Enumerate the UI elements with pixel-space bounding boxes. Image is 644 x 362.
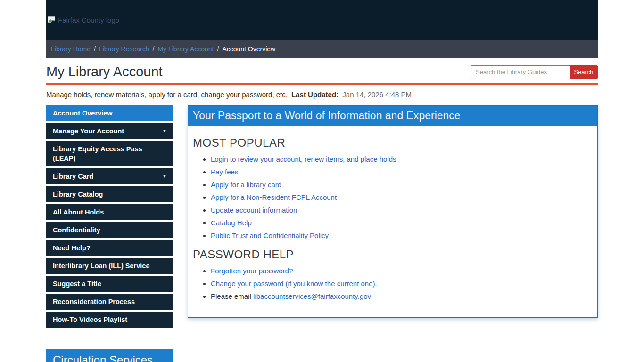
breadcrumb-current: Account Overview — [222, 45, 275, 53]
sidebar-item-label: Interlibrary Loan (ILL) Service — [53, 261, 149, 271]
list-item: Pay fees — [211, 168, 593, 176]
last-updated-label: Last Updated: — [291, 90, 339, 99]
sidebar-item[interactable]: Library Card▼ — [46, 168, 173, 184]
breadcrumb-link[interactable]: Library Research — [99, 45, 149, 53]
sidebar-nav: Account OverviewManage Your Account▼Libr… — [46, 105, 173, 329]
sidebar-item[interactable]: Account Overview — [46, 105, 173, 121]
list-item: Change your password (if you know the cu… — [211, 280, 593, 288]
list-item: Login to review your account, renew item… — [211, 155, 593, 163]
content-link[interactable]: Apply for a Non-Resident FCPL Account — [211, 193, 337, 201]
subtitle-text: Manage holds, renew materials, apply for… — [46, 90, 288, 99]
sidebar-item-label: Library Card — [53, 172, 93, 181]
breadcrumb: Library Home/Library Research/My Library… — [46, 40, 598, 58]
link-list: Login to review your account, renew item… — [193, 155, 593, 239]
content-link[interactable]: Catalog Help — [211, 219, 252, 227]
content-link[interactable]: Forgotten your password? — [211, 267, 293, 275]
broken-image-icon — [47, 16, 56, 24]
panel-header: Your Passport to a World of Information … — [188, 106, 597, 126]
chevron-down-icon: ▼ — [162, 172, 167, 181]
search-input[interactable] — [471, 65, 570, 79]
sidebar-item[interactable]: How-To Videos Playlist — [46, 312, 173, 328]
breadcrumb-separator: / — [94, 45, 96, 53]
sidebar-item[interactable]: Library Catalog — [46, 186, 173, 202]
content-link[interactable]: Login to review your account, renew item… — [211, 155, 396, 163]
page-container: Fairfax County logo Library Home/Library… — [46, 0, 598, 362]
page-subtitle: Manage holds, renew materials, apply for… — [46, 90, 598, 99]
list-item: Forgotten your password? — [211, 267, 593, 275]
content-link[interactable]: Update account information — [211, 206, 297, 214]
content-row: Account OverviewManage Your Account▼Libr… — [46, 105, 598, 329]
content-panel: Your Passport to a World of Information … — [188, 105, 598, 318]
breadcrumb-link[interactable]: Library Home — [51, 45, 91, 53]
sidebar-item[interactable]: Confidentiality — [46, 222, 173, 238]
content-link[interactable]: Change your password (if you know the cu… — [211, 280, 377, 288]
sidebar-item[interactable]: Library Equity Access Pass (LEAP) — [46, 141, 173, 166]
sidebar-item[interactable]: Manage Your Account▼ — [46, 123, 173, 139]
breadcrumb-separator: / — [217, 45, 219, 53]
site-header: Fairfax County logo — [46, 0, 598, 40]
sidebar-item[interactable]: Reconsideration Process — [46, 294, 173, 310]
circulation-services-box: Circulation Services — [46, 349, 173, 362]
list-item: Please email libaccountservices@fairfaxc… — [211, 292, 593, 300]
breadcrumb-link[interactable]: My Library Account — [157, 45, 214, 53]
list-item: Update account information — [211, 206, 593, 214]
section-heading: PASSWORD HELP — [193, 248, 593, 261]
logo-alt-text: Fairfax County logo — [58, 16, 119, 24]
panel-body: MOST POPULARLogin to review your account… — [188, 126, 597, 317]
list-item-text: Please email — [211, 292, 253, 300]
list-item: Apply for a library card — [211, 181, 593, 189]
sidebar-item-label: All About Holds — [53, 207, 104, 217]
sidebar-item-label: Need Help? — [53, 243, 91, 253]
content-link[interactable]: libaccountservices@fairfaxcounty.gov — [253, 292, 371, 300]
sidebar-item-label: Manage Your Account — [53, 126, 124, 136]
section-heading: MOST POPULAR — [193, 136, 593, 149]
sidebar-item-label: Account Overview — [53, 108, 113, 118]
list-item: Apply for a Non-Resident FCPL Account — [211, 193, 593, 201]
content-link[interactable]: Pay fees — [211, 168, 238, 176]
sidebar-item[interactable]: Suggest a Title — [46, 276, 173, 292]
list-item: Public Trust and Confidentiality Policy — [211, 231, 593, 239]
sidebar-item-label: How-To Videos Playlist — [53, 315, 127, 324]
sidebar-item[interactable]: All About Holds — [46, 204, 173, 220]
content-link[interactable]: Public Trust and Confidentiality Policy — [211, 231, 329, 239]
search-button[interactable]: Search — [570, 65, 598, 79]
last-updated-value: Jan 14, 2026 4:48 PM — [342, 90, 412, 99]
sidebar-item-label: Suggest a Title — [53, 279, 101, 288]
chevron-down-icon: ▼ — [162, 126, 167, 136]
sidebar-item[interactable]: Interlibrary Loan (ILL) Service — [46, 258, 173, 274]
list-item: Catalog Help — [211, 219, 593, 227]
content-link[interactable]: Apply for a library card — [211, 181, 281, 189]
page-title: My Library Account — [46, 64, 163, 80]
breadcrumb-separator: / — [153, 45, 155, 53]
sidebar-item-label: Confidentiality — [53, 225, 100, 235]
sidebar-item-label: Library Catalog — [53, 189, 103, 199]
guides-search: Search — [471, 65, 598, 79]
link-list: Forgotten your password?Change your pass… — [193, 267, 593, 300]
sidebar-item-label: Library Equity Access Pass (LEAP) — [53, 144, 167, 163]
page-head: My Library Account Search — [46, 58, 598, 85]
sidebar-item-label: Reconsideration Process — [53, 297, 135, 306]
site-logo: Fairfax County logo — [47, 16, 119, 24]
sidebar-item[interactable]: Need Help? — [46, 240, 173, 256]
